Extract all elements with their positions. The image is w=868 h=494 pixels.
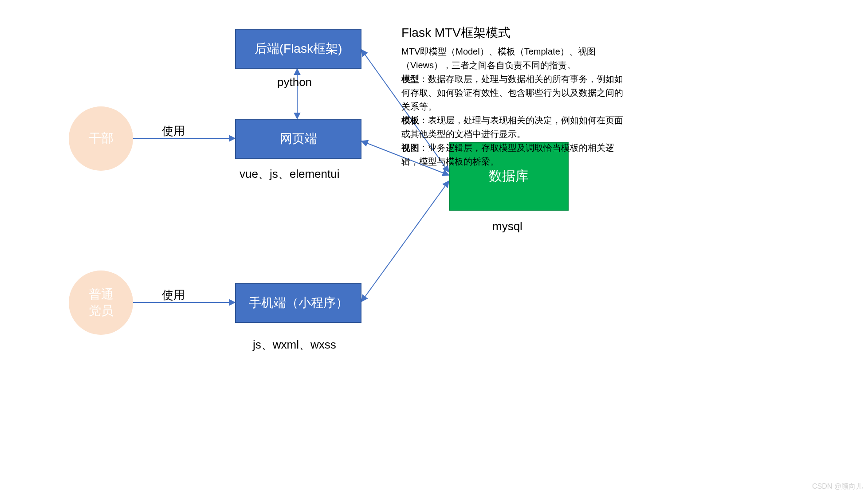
node-web-label: 网页端 [280,130,317,147]
node-member: 普通 党员 [69,271,133,335]
node-cadre-label: 干部 [89,130,114,146]
mtv-p3-bold: 模板 [401,115,419,125]
edge-label-use-1: 使用 [162,123,185,139]
label-python: python [277,75,312,89]
mtv-p3-text: ：表现层，处理与表现相关的决定，例如如何在页面或其他类型的文档中进行显示。 [401,115,623,139]
node-member-line2: 党员 [89,303,114,319]
mtv-p3: 模板：表现层，处理与表现相关的决定，例如如何在页面或其他类型的文档中进行显示。 [401,114,623,141]
node-database-label: 数据库 [489,167,529,185]
mtv-p1: MTV即模型（Model）、模板（Template）、视图（Views），三者之… [401,45,623,72]
node-backend-label: 后端(Flask框架) [255,40,342,57]
mtv-p2-text: ：数据存取层，处理与数据相关的所有事务，例如如何存取、如何验证有效性、包含哪些行… [401,74,623,111]
label-web-tech: vue、js、elementui [240,166,339,182]
node-member-line1: 普通 [89,286,114,302]
edge-label-use-2: 使用 [162,287,185,303]
node-member-label: 普通 党员 [89,286,114,319]
mtv-p4-text: ：业务逻辑层，存取模型及调取恰当模板的相关逻辑，模型与模板的桥梁。 [401,143,614,166]
node-cadre: 干部 [69,106,133,171]
node-web: 网页端 [235,119,361,159]
svg-line-5 [361,181,449,302]
node-mobile-label: 手机端（小程序） [249,294,348,311]
mtv-p2-bold: 模型 [401,74,419,84]
node-backend: 后端(Flask框架) [235,29,361,69]
mtv-p2: 模型：数据存取层，处理与数据相关的所有事务，例如如何存取、如何验证有效性、包含哪… [401,72,623,114]
mtv-p4: 视图：业务逻辑层，存取模型及调取恰当模板的相关逻辑，模型与模板的桥梁。 [401,141,623,169]
mtv-title: Flask MTV框架模式 [401,23,623,42]
node-mobile: 手机端（小程序） [235,283,361,323]
watermark: CSDN @顾向儿 [812,482,863,491]
label-mysql: mysql [492,220,522,233]
label-mobile-tech: js、wxml、wxss [253,337,336,353]
mtv-description: Flask MTV框架模式 MTV即模型（Model）、模板（Template）… [401,23,623,169]
mtv-p4-bold: 视图 [401,143,419,153]
